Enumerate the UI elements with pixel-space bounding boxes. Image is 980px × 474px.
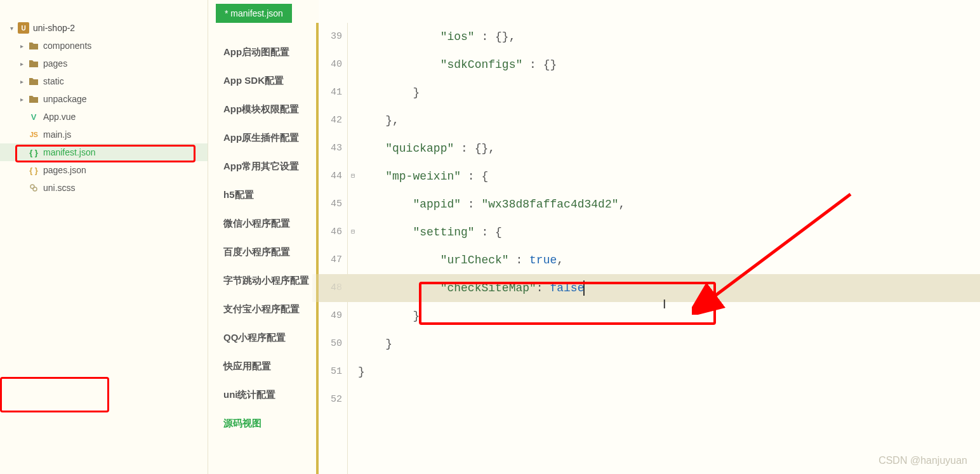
config-section-item[interactable]: 百度小程序配置: [208, 238, 316, 267]
code-line[interactable]: }: [358, 358, 980, 386]
code-line[interactable]: },: [358, 107, 980, 135]
fold-marker: [348, 23, 358, 51]
file-label: App.vue: [43, 112, 76, 122]
folder-label: static: [43, 76, 64, 86]
code-line[interactable]: }: [358, 79, 980, 107]
chevron-down-icon: ▾: [8, 24, 15, 32]
tree-file[interactable]: { }pages.json: [0, 161, 208, 179]
fold-column: ⊟⊟: [348, 23, 358, 474]
fold-marker: [348, 302, 358, 330]
config-section-item[interactable]: App原生插件配置: [208, 124, 316, 152]
json-icon: { }: [28, 147, 39, 158]
config-section-item[interactable]: App SDK配置: [208, 67, 316, 95]
fold-marker[interactable]: ⊟: [348, 162, 358, 190]
folder-label: pages: [43, 58, 67, 69]
fold-marker: [348, 358, 358, 386]
tree-file[interactable]: JSmain.js: [0, 126, 208, 143]
fold-marker[interactable]: ⊟: [348, 218, 358, 246]
gutter-line-numbers: 3940414243444546474849505152: [319, 23, 348, 474]
chevron-right-icon: ▸: [18, 77, 25, 85]
line-number: 49: [319, 302, 342, 330]
scss-icon: [28, 182, 39, 194]
config-section-item[interactable]: QQ小程序配置: [208, 324, 316, 352]
file-label: uni.scss: [43, 183, 76, 193]
config-section-item[interactable]: 快应用配置: [208, 352, 316, 381]
text-caret: [583, 280, 585, 296]
line-number: 41: [319, 79, 342, 107]
file-label: pages.json: [43, 165, 86, 175]
fold-marker: [348, 107, 358, 135]
tree-folder[interactable]: ▸pages: [0, 55, 208, 72]
folder-label: unpackage: [43, 94, 87, 104]
tree-folder[interactable]: ▸unpackage: [0, 90, 208, 108]
config-section-item[interactable]: App启动图配置: [208, 38, 316, 67]
config-sidebar: * manifest.json App启动图配置App SDK配置App模块权限…: [208, 0, 319, 474]
tab-label: * manifest.json: [225, 8, 283, 18]
config-section-item[interactable]: 微信小程序配置: [208, 209, 316, 238]
config-section-item[interactable]: uni统计配置: [208, 381, 316, 409]
project-name: uni-shop-2: [33, 23, 75, 33]
line-number: 43: [319, 135, 342, 162]
line-number: 51: [319, 358, 342, 386]
tab-bar: * manifest.json: [208, 0, 319, 23]
code-line[interactable]: "checkSiteMap": false: [358, 274, 980, 302]
svg-point-1: [33, 187, 37, 191]
config-section-item[interactable]: 字节跳动小程序配置: [208, 267, 316, 295]
line-number: 52: [319, 386, 342, 414]
tree-project-root[interactable]: ▾ U uni-shop-2: [0, 19, 208, 37]
chevron-right-icon: ▸: [18, 42, 25, 49]
line-number: 46: [319, 218, 342, 246]
code-line[interactable]: "ios" : {},: [358, 23, 980, 51]
folder-label: components: [43, 41, 91, 51]
code-line[interactable]: "mp-weixin" : {: [358, 162, 980, 190]
tree-file[interactable]: VApp.vue: [0, 108, 208, 126]
code-line[interactable]: "urlCheck" : true,: [358, 246, 980, 274]
app-root: ▾ U uni-shop-2 ▸components▸pages▸static▸…: [0, 0, 980, 474]
line-number: 40: [319, 51, 342, 79]
file-label: manifest.json: [43, 147, 95, 157]
code-line[interactable]: "sdkConfigs" : {}: [358, 51, 980, 79]
fold-marker: [348, 135, 358, 162]
tab-manifest[interactable]: * manifest.json: [216, 4, 292, 23]
line-number: 44: [319, 162, 342, 190]
code-content[interactable]: "ios" : {}, "sdkConfigs" : {} } }, "quic…: [358, 23, 980, 474]
fold-marker: [348, 51, 358, 79]
text-cursor-icon: I: [663, 297, 666, 312]
fold-marker: [348, 330, 358, 358]
code-line[interactable]: "appid" : "wx38d8faffac4d34d2",: [358, 190, 980, 218]
vue-icon: V: [28, 111, 39, 122]
code-editor[interactable]: 3940414243444546474849505152 ⊟⊟ "ios" : …: [319, 0, 980, 474]
config-section-item[interactable]: h5配置: [208, 181, 316, 209]
tree-folder[interactable]: ▸components: [0, 37, 208, 55]
config-section-item[interactable]: 支付宝小程序配置: [208, 295, 316, 324]
config-section-item[interactable]: 源码视图: [208, 409, 316, 438]
config-section-item[interactable]: App常用其它设置: [208, 152, 316, 181]
code-line[interactable]: }: [358, 302, 980, 330]
project-icon: U: [18, 22, 29, 34]
code-line[interactable]: "setting" : {: [358, 218, 980, 246]
line-number: 50: [319, 330, 342, 358]
file-tree-sidebar: ▾ U uni-shop-2 ▸components▸pages▸static▸…: [0, 0, 208, 474]
folder-icon: [28, 58, 39, 69]
fold-marker: [348, 190, 358, 218]
folder-icon: [28, 76, 39, 87]
tree-file[interactable]: { }manifest.json: [0, 143, 208, 161]
fold-marker: [348, 386, 358, 414]
code-line[interactable]: "quickapp" : {},: [358, 135, 980, 162]
line-number: 39: [319, 23, 342, 51]
file-label: main.js: [43, 129, 71, 140]
fold-marker: [348, 246, 358, 274]
chevron-right-icon: ▸: [18, 95, 25, 103]
chevron-right-icon: ▸: [18, 60, 25, 67]
code-line[interactable]: [358, 386, 980, 414]
tree-file[interactable]: uni.scss: [0, 179, 208, 197]
line-number: 42: [319, 107, 342, 135]
code-line[interactable]: }: [358, 330, 980, 358]
config-section-item[interactable]: App模块权限配置: [208, 95, 316, 124]
line-number: 47: [319, 246, 342, 274]
json-icon: { }: [28, 164, 39, 176]
tree-folder[interactable]: ▸static: [0, 72, 208, 90]
fold-marker: [348, 79, 358, 107]
line-number: 45: [319, 190, 342, 218]
config-section-list: App启动图配置App SDK配置App模块权限配置App原生插件配置App常用…: [208, 23, 319, 474]
